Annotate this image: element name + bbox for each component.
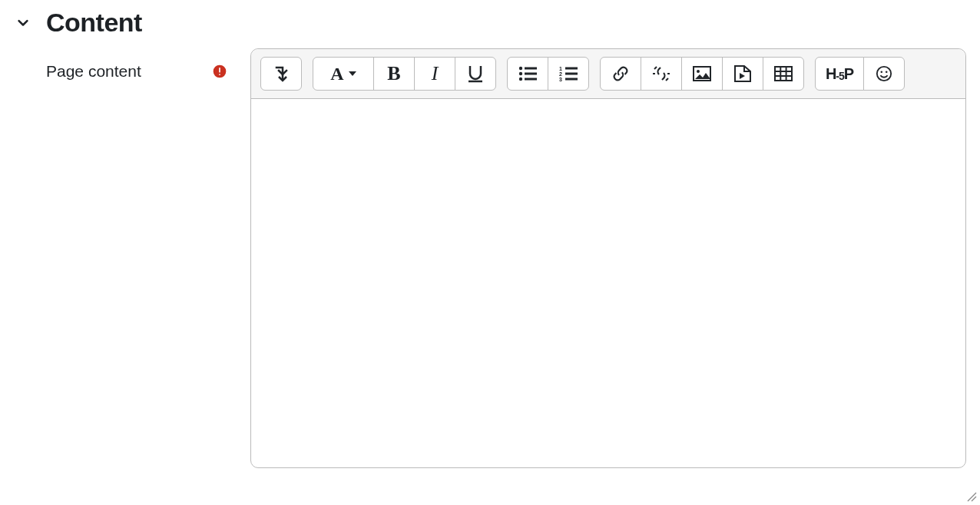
svg-line-16 — [654, 67, 657, 69]
h5p-button[interactable]: H-5P — [815, 57, 864, 91]
svg-point-21 — [697, 70, 700, 73]
svg-line-17 — [666, 78, 668, 81]
svg-text:2: 2 — [559, 71, 562, 77]
section-header: Content — [14, 8, 966, 38]
svg-point-4 — [519, 67, 522, 70]
page-content-row: Page content — [14, 48, 966, 468]
expand-arrow-icon — [273, 64, 289, 83]
svg-rect-2 — [219, 74, 220, 75]
label-column: Page content — [14, 48, 250, 81]
editor-column: A B I — [250, 48, 966, 468]
h5p-icon: H-5P — [826, 65, 853, 83]
unlink-icon — [652, 64, 670, 83]
svg-text:3: 3 — [559, 77, 562, 81]
svg-rect-8 — [525, 73, 537, 75]
svg-point-27 — [877, 67, 891, 81]
bold-icon: B — [387, 62, 400, 85]
bold-button[interactable]: B — [373, 57, 415, 91]
numbered-list-button[interactable]: 1 2 3 — [548, 57, 589, 91]
bullet-list-icon — [518, 66, 537, 81]
svg-rect-7 — [525, 68, 537, 70]
table-button[interactable] — [763, 57, 804, 91]
paragraph-style-button[interactable]: A — [313, 57, 374, 91]
link-button[interactable] — [600, 57, 641, 91]
media-icon — [733, 65, 752, 82]
section-title: Content — [46, 8, 142, 38]
collapse-toggle[interactable] — [14, 14, 32, 32]
expand-toolbar-button[interactable] — [260, 57, 302, 91]
link-icon — [612, 65, 629, 82]
bullet-list-button[interactable] — [507, 57, 548, 91]
image-icon — [693, 66, 711, 81]
table-icon — [774, 66, 793, 81]
required-icon — [212, 64, 227, 79]
svg-line-30 — [968, 493, 976, 501]
chevron-down-icon — [15, 15, 31, 31]
italic-button[interactable]: I — [414, 57, 455, 91]
toolbar-group-extra: H-5P — [815, 57, 905, 91]
svg-point-5 — [519, 72, 522, 75]
svg-text:1: 1 — [559, 66, 562, 71]
paragraph-icon: A — [330, 64, 343, 84]
toolbar-group-text: A B I — [313, 57, 496, 91]
emoji-button[interactable] — [863, 57, 905, 91]
caret-down-icon — [349, 71, 356, 76]
editor-content-area[interactable] — [251, 99, 965, 467]
svg-point-6 — [519, 78, 522, 81]
toolbar-group-lists: 1 2 3 — [507, 57, 589, 91]
toolbar-group-insert — [600, 57, 804, 91]
svg-point-29 — [886, 71, 888, 73]
media-button[interactable] — [722, 57, 763, 91]
svg-rect-13 — [565, 68, 578, 70]
svg-rect-14 — [565, 73, 578, 75]
underline-icon — [467, 64, 484, 83]
resize-handle-icon[interactable] — [966, 491, 977, 502]
unlink-button[interactable] — [641, 57, 682, 91]
field-label: Page content — [46, 62, 141, 81]
image-button[interactable] — [681, 57, 723, 91]
svg-rect-22 — [775, 67, 792, 81]
svg-rect-1 — [219, 68, 220, 73]
rich-text-editor: A B I — [250, 48, 966, 468]
numbered-list-icon: 1 2 3 — [559, 66, 578, 81]
underline-button[interactable] — [455, 57, 496, 91]
emoji-icon — [876, 65, 892, 82]
toolbar-group-expand — [260, 57, 302, 91]
editor-toolbar: A B I — [251, 49, 965, 99]
italic-icon: I — [432, 62, 439, 85]
svg-rect-15 — [565, 78, 578, 81]
svg-point-28 — [881, 71, 883, 73]
svg-rect-9 — [525, 78, 537, 81]
